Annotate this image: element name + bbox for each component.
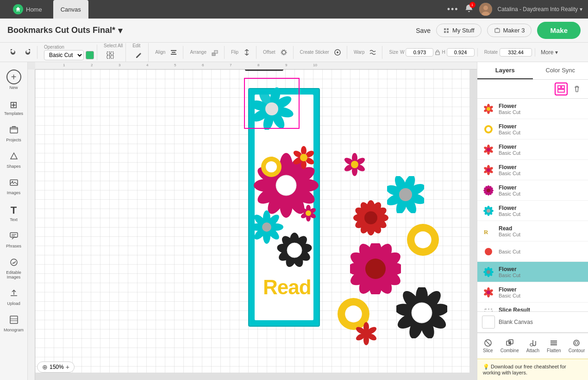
bookmark-design[interactable]: 0.97 in × 0.92 in: [248, 88, 320, 327]
redo-button[interactable]: [21, 46, 34, 59]
user-name-display[interactable]: Catalina - Daydream Into Reality ▾: [498, 6, 582, 13]
sidebar-item-templates[interactable]: ⊞ Templates: [2, 95, 26, 120]
svg-point-163: [487, 107, 490, 111]
flip-button[interactable]: [240, 46, 253, 59]
delete-layer-button[interactable]: [570, 82, 583, 95]
combine-icon: [506, 339, 514, 347]
notification-bell[interactable]: 1: [464, 4, 474, 15]
title-bar: Bookmarks Cut Outs Final* ▾ Save My Stuf…: [0, 19, 588, 43]
sidebar-shapes-label: Shapes: [6, 164, 21, 169]
layer-actions: Slice Combine Attach Flatten Contour: [477, 333, 588, 359]
create-sticker-button[interactable]: [331, 46, 344, 59]
make-button[interactable]: Make: [537, 22, 581, 39]
layer-icon-9: [482, 286, 495, 299]
group-layers-button[interactable]: [555, 82, 568, 95]
sidebar-projects-label: Projects: [6, 138, 21, 142]
more-button[interactable]: More ▾: [541, 49, 558, 56]
layer-item-selected[interactable]: Flower Basic Cut: [477, 262, 588, 282]
svg-rect-16: [171, 54, 176, 55]
layer-item-slice[interactable]: Slice Result Basic Cut: [477, 303, 588, 311]
tab-colorsync[interactable]: Color Sync: [533, 62, 588, 79]
tab-layers[interactable]: Layers: [477, 62, 533, 79]
operation-color-swatch[interactable]: [86, 51, 94, 59]
title-actions: Save My Stuff Maker 3 Make: [416, 22, 581, 39]
svg-point-165: [486, 127, 491, 132]
sidebar-item-monogram[interactable]: Monogram: [2, 311, 26, 336]
undo-button[interactable]: [6, 46, 19, 59]
projects-icon: [9, 125, 19, 137]
align-button[interactable]: [167, 46, 180, 59]
zoom-in-icon[interactable]: +: [66, 363, 69, 371]
layer-item-3[interactable]: Flower Basic Cut: [477, 160, 588, 180]
sidebar-item-upload[interactable]: Upload: [2, 285, 26, 310]
contour-action[interactable]: Contour: [565, 337, 588, 355]
undo-redo-group: [4, 46, 38, 59]
layer-item-circle[interactable]: Basic Cut: [477, 241, 588, 262]
slice-action[interactable]: Slice: [479, 337, 497, 355]
sidebar-item-images[interactable]: Images: [2, 174, 26, 199]
layer-icon-selected: [482, 266, 495, 279]
sidebar-item-phrases[interactable]: Phrases: [2, 228, 26, 252]
svg-point-90: [306, 210, 311, 216]
sidebar-item-editable-images[interactable]: Editable Images: [2, 254, 26, 283]
warp-button[interactable]: [366, 46, 379, 59]
layer-item-9[interactable]: Flower Basic Cut: [477, 282, 588, 303]
svg-rect-5: [447, 28, 449, 30]
nav-more-dots[interactable]: •••: [447, 5, 459, 14]
ruler-vertical: [28, 70, 35, 380]
save-button[interactable]: Save: [416, 27, 431, 34]
scrollbar-vertical[interactable]: [469, 70, 477, 373]
maker-button[interactable]: Maker 3: [487, 24, 532, 37]
svg-point-2: [483, 6, 488, 10]
zoom-icon[interactable]: ⊕: [42, 363, 48, 371]
nav-tab-home[interactable]: Home: [6, 0, 50, 19]
combine-action[interactable]: Combine: [497, 337, 523, 355]
select-all-label: Select All: [104, 43, 123, 48]
my-stuff-button[interactable]: My Stuff: [436, 24, 481, 37]
size-label: Size: [389, 50, 398, 55]
scrollbar-horizontal[interactable]: [35, 373, 477, 380]
svg-rect-12: [107, 56, 110, 58]
scattered-flower-4: [406, 222, 440, 257]
flatten-action[interactable]: Flatten: [543, 337, 565, 355]
sidebar-item-shapes[interactable]: Shapes: [2, 148, 26, 172]
rotate-input[interactable]: [500, 48, 532, 57]
slice-label: Slice: [483, 348, 493, 353]
offset-button[interactable]: [277, 46, 290, 59]
project-title-chevron[interactable]: ▾: [118, 25, 122, 36]
svg-point-153: [412, 303, 432, 323]
svg-point-212: [487, 270, 490, 274]
edit-button[interactable]: [132, 49, 145, 62]
layer-item-4[interactable]: Flower Basic Cut: [477, 180, 588, 201]
canvas-area[interactable]: 1 2 3 4 5 6 7 8 9 10: [28, 62, 477, 380]
rotate-group: Rotate: [482, 48, 535, 57]
zoom-control[interactable]: ⊕ 150% +: [37, 361, 75, 373]
ruler-horizontal: 1 2 3 4 5 6 7 8 9 10: [35, 62, 477, 70]
tip-bar: 💡 Download our free cheatsheet for worki…: [477, 359, 588, 380]
layer-item-0[interactable]: Flower Basic Cut: [477, 99, 588, 119]
flatten-icon: [550, 339, 558, 347]
canvas-grid: 0.97 in × 0.92 in: [35, 70, 477, 373]
operation-select[interactable]: Basic Cut: [44, 50, 84, 60]
arrange-button[interactable]: [208, 46, 221, 59]
blank-canvas-row[interactable]: Blank Canvas: [477, 311, 588, 333]
layer-item-1[interactable]: Flower Basic Cut: [477, 119, 588, 139]
flip-label: Flip: [231, 50, 238, 55]
sidebar-item-new[interactable]: + New: [2, 66, 26, 94]
nav-tab-canvas[interactable]: Canvas: [53, 0, 88, 19]
layer-item-2[interactable]: Flower Basic Cut: [477, 139, 588, 160]
select-all-button[interactable]: [104, 49, 117, 62]
svg-rect-13: [111, 56, 113, 58]
sidebar-item-projects[interactable]: Projects: [2, 121, 26, 146]
attach-action[interactable]: Attach: [523, 337, 543, 355]
user-avatar[interactable]: [479, 3, 492, 16]
sidebar-item-text[interactable]: T Text: [2, 201, 26, 226]
size-w-input[interactable]: [406, 48, 433, 57]
layer-item-5[interactable]: Flower Basic Cut: [477, 201, 588, 221]
svg-rect-228: [550, 341, 557, 342]
layer-item-read[interactable]: R Read Basic Cut: [477, 221, 588, 241]
svg-point-97: [351, 161, 358, 168]
attach-label: Attach: [526, 348, 539, 353]
size-h-input[interactable]: [447, 48, 475, 57]
toolbar: Operation Basic Cut Select All Edit Alig…: [0, 43, 588, 62]
